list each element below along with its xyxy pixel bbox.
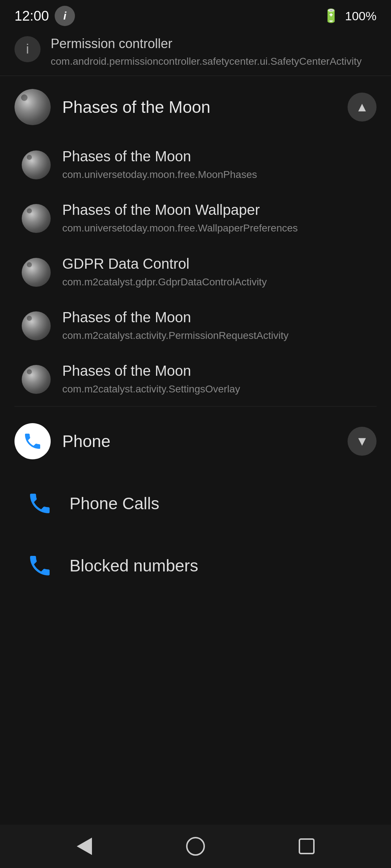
phone-sub-list: Phone Calls Blocked numbers bbox=[0, 472, 391, 597]
moon-sub-icon-3 bbox=[22, 258, 51, 287]
list-item[interactable]: GDPR Data Control com.m2catalyst.gdpr.Gd… bbox=[22, 246, 391, 299]
notif-app-icon: i bbox=[14, 36, 41, 62]
battery-icon: 🔋 bbox=[323, 8, 339, 24]
back-icon bbox=[77, 838, 92, 855]
navigation-bar bbox=[0, 825, 391, 868]
phone-calls-icon bbox=[22, 485, 58, 522]
status-right: 🔋 100% bbox=[323, 8, 377, 24]
nav-back-button[interactable] bbox=[66, 832, 102, 861]
moon-item-3-title: GDPR Data Control bbox=[62, 256, 377, 272]
notif-package: com.android.permissioncontroller.safetyc… bbox=[51, 54, 377, 68]
phone-icon bbox=[22, 431, 43, 451]
list-item[interactable]: Phases of the Moon com.m2catalyst.activi… bbox=[22, 299, 391, 353]
moon-item-1-title: Phases of the Moon bbox=[62, 148, 377, 165]
phone-calls-svg-icon bbox=[27, 490, 53, 516]
moon-collapse-button[interactable]: ▲ bbox=[348, 93, 377, 122]
moon-group-header[interactable]: Phases of the Moon ▲ bbox=[0, 76, 391, 138]
home-icon bbox=[186, 837, 205, 856]
notification-bar: i Permission controller com.android.perm… bbox=[0, 29, 391, 76]
blocked-numbers-label: Blocked numbers bbox=[70, 556, 198, 575]
moon-item-4-content: Phases of the Moon com.m2catalyst.activi… bbox=[62, 309, 377, 342]
moon-item-2-content: Phases of the Moon Wallpaper com.univers… bbox=[62, 202, 377, 235]
list-item[interactable]: Phases of the Moon Wallpaper com.univers… bbox=[22, 192, 391, 245]
moon-item-1-content: Phases of the Moon com.universetoday.moo… bbox=[62, 148, 377, 182]
moon-sub-icon-5 bbox=[22, 365, 51, 394]
blocked-numbers-icon bbox=[22, 548, 58, 584]
moon-icon-sm bbox=[22, 365, 51, 394]
moon-item-5-content: Phases of the Moon com.m2catalyst.activi… bbox=[62, 363, 377, 396]
notif-title: Permission controller bbox=[51, 36, 377, 51]
list-item[interactable]: Phone Calls bbox=[7, 472, 391, 535]
list-item[interactable]: Blocked numbers bbox=[7, 535, 391, 597]
moon-item-2-title: Phases of the Moon Wallpaper bbox=[62, 202, 377, 218]
moon-item-2-package: com.universetoday.moon.free.WallpaperPre… bbox=[62, 221, 377, 235]
recents-icon bbox=[299, 838, 315, 854]
status-bar: 12:00 i 🔋 100% bbox=[0, 0, 391, 29]
nav-recents-button[interactable] bbox=[289, 832, 325, 861]
moon-app-section: Phases of the Moon ▲ Phases of the Moon … bbox=[0, 76, 391, 406]
phone-expand-button[interactable]: ▼ bbox=[348, 427, 377, 456]
notif-content: Permission controller com.android.permis… bbox=[51, 36, 377, 68]
moon-item-3-package: com.m2catalyst.gdpr.GdprDataControlActiv… bbox=[62, 275, 377, 289]
battery-text: 100% bbox=[345, 9, 377, 23]
moon-icon-sm bbox=[22, 204, 51, 233]
moon-sub-icon-4 bbox=[22, 311, 51, 340]
moon-item-5-package: com.m2catalyst.activity.SettingsOverlay bbox=[62, 382, 377, 396]
chevron-up-icon: ▲ bbox=[356, 99, 369, 115]
phone-app-section: Phone ▼ Phone Calls bbox=[0, 410, 391, 597]
list-item[interactable]: Phases of the Moon com.universetoday.moo… bbox=[22, 138, 391, 192]
phone-group-header[interactable]: Phone ▼ bbox=[0, 410, 391, 472]
nav-home-button[interactable] bbox=[177, 832, 214, 861]
moon-item-4-package: com.m2catalyst.activity.PermissionReques… bbox=[62, 328, 377, 342]
phone-group-title: Phone bbox=[62, 431, 336, 451]
moon-icon-sm bbox=[22, 311, 51, 340]
moon-group-title: Phases of the Moon bbox=[62, 97, 336, 117]
moon-item-5-title: Phases of the Moon bbox=[62, 363, 377, 379]
section-divider bbox=[14, 406, 377, 407]
moon-icon-sm bbox=[22, 258, 51, 287]
moon-item-1-package: com.universetoday.moon.free.MoonPhases bbox=[62, 167, 377, 182]
moon-sub-icon-2 bbox=[22, 204, 51, 233]
blocked-numbers-svg-icon bbox=[27, 553, 53, 579]
moon-group-icon bbox=[14, 89, 51, 125]
status-time: 12:00 bbox=[14, 8, 49, 24]
moon-sub-icon-1 bbox=[22, 150, 51, 179]
moon-item-3-content: GDPR Data Control com.m2catalyst.gdpr.Gd… bbox=[62, 256, 377, 289]
moon-icon-sm bbox=[22, 150, 51, 179]
phone-group-icon bbox=[14, 423, 51, 459]
phone-calls-label: Phone Calls bbox=[70, 494, 159, 513]
moon-icon-large bbox=[14, 89, 51, 125]
chevron-down-icon: ▼ bbox=[356, 434, 369, 449]
moon-item-4-title: Phases of the Moon bbox=[62, 309, 377, 326]
list-item[interactable]: Phases of the Moon com.m2catalyst.activi… bbox=[22, 353, 391, 406]
moon-sub-list: Phases of the Moon com.universetoday.moo… bbox=[0, 138, 391, 406]
info-icon: i bbox=[55, 6, 75, 26]
